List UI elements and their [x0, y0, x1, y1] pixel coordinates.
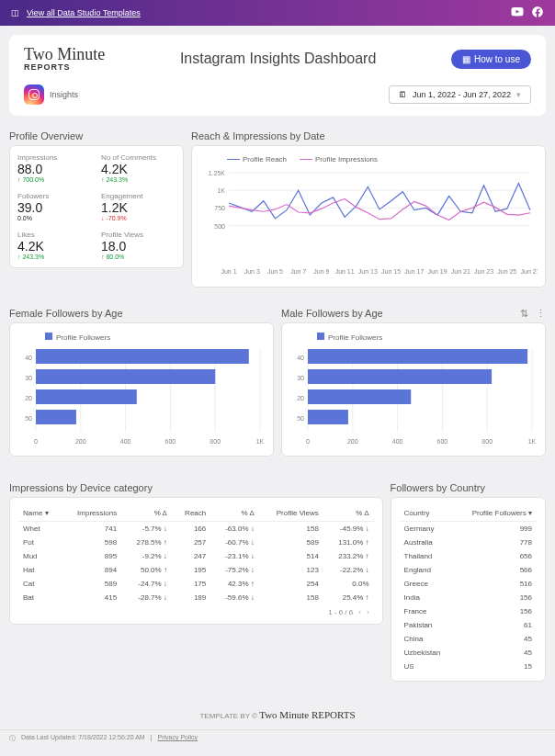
metric-tile: Likes4.2K↑ 243.3% — [17, 231, 92, 260]
male-followers-title: Male Followers by Age ⇅ ⋮ — [281, 308, 546, 319]
table-row: India156 — [399, 591, 538, 604]
metric-tile: No of Comments4.2K↑ 243.3% — [101, 153, 176, 183]
svg-text:30: 30 — [25, 375, 32, 381]
female-followers-chart: 02004006008001K40302050 — [17, 345, 266, 446]
table-row: US15 — [399, 660, 538, 673]
more-icon[interactable]: ⋮ — [536, 308, 546, 320]
template-credit: TEMPLATE BY © Two Minute REPORTS — [0, 691, 555, 729]
svg-text:1K: 1K — [217, 187, 225, 194]
table-row: England566 — [399, 563, 538, 577]
pager-prev[interactable]: ‹ — [358, 608, 361, 616]
table-header[interactable]: Profile Views — [260, 505, 324, 522]
table-header[interactable]: % Δ — [211, 505, 260, 522]
svg-text:800: 800 — [210, 438, 221, 445]
chart-icon: ◫ — [11, 8, 19, 17]
facebook-icon[interactable] — [531, 6, 544, 20]
top-banner: ◫ View all Data Studio Templates — [0, 0, 555, 26]
table-header[interactable]: % Δ — [324, 505, 375, 522]
table-row: Pot598278.5% ↑257-60.7% ↓589131.0% ↑ — [17, 536, 375, 549]
svg-text:500: 500 — [214, 223, 225, 230]
sort-icon[interactable]: ⇅ — [520, 308, 528, 320]
table-row: Thailand656 — [399, 549, 538, 563]
metric-tile: Impressions88.0↑ 700.0% — [17, 153, 92, 183]
svg-rect-61 — [308, 410, 348, 424]
table-row: Hat89450.0% ↑195-75.2% ↓123-22.2% ↓ — [17, 563, 375, 577]
table-row: Mud895-9.2% ↓247-23.1% ↓514233.2% ↑ — [17, 549, 375, 563]
table-header[interactable]: % Δ — [122, 505, 173, 522]
table-row: Uzbekistan45 — [399, 646, 538, 660]
svg-text:750: 750 — [214, 205, 225, 211]
insights-label: Insights — [50, 90, 78, 99]
table-row: Pakistan61 — [399, 618, 538, 632]
svg-text:400: 400 — [392, 438, 403, 445]
table-header[interactable]: Impressions — [62, 505, 122, 522]
metric-tile: Followers39.00.0% — [17, 192, 92, 221]
reach-impressions-card: Profile Reach Profile Impressions 500750… — [191, 145, 546, 288]
how-to-use-button[interactable]: ▦ How to use — [451, 50, 531, 69]
table-header[interactable]: Reach — [173, 505, 211, 522]
female-followers-title: Female Followers by Age — [9, 308, 274, 319]
svg-text:Jun 9: Jun 9 — [313, 268, 329, 275]
svg-text:50: 50 — [25, 415, 32, 422]
svg-text:Jun 13: Jun 13 — [358, 268, 378, 275]
svg-text:200: 200 — [347, 438, 358, 445]
svg-text:Jun 25: Jun 25 — [497, 268, 516, 275]
svg-text:Jun 19: Jun 19 — [428, 268, 447, 275]
date-range-picker[interactable]: 🗓 Jun 1, 2022 - Jun 27, 2022 ▾ — [389, 85, 531, 104]
table-row: Bat415-28.7% ↓189-59.6% ↓15825.4% ↑ — [17, 591, 375, 604]
svg-text:Jun 15: Jun 15 — [381, 268, 401, 275]
svg-text:Jun 17: Jun 17 — [404, 268, 424, 275]
svg-text:Jun 5: Jun 5 — [267, 268, 283, 275]
info-icon: ⓘ — [9, 734, 16, 743]
table-pager: 1 - 6 / 6 ‹ › — [17, 604, 375, 616]
svg-rect-57 — [308, 369, 492, 384]
svg-rect-39 — [36, 389, 137, 404]
svg-text:600: 600 — [437, 438, 448, 445]
svg-text:200: 200 — [75, 438, 86, 445]
table-row: Australia778 — [399, 536, 538, 549]
table-row: Germany999 — [399, 522, 538, 536]
svg-text:400: 400 — [120, 438, 131, 445]
legend-impressions: Profile Impressions — [315, 155, 378, 164]
svg-rect-55 — [308, 349, 527, 364]
table-row: China45 — [399, 632, 538, 646]
svg-text:0: 0 — [34, 438, 38, 445]
svg-text:Jun 7: Jun 7 — [290, 268, 306, 275]
legend-reach: Profile Reach — [243, 155, 287, 164]
svg-text:1.25K: 1.25K — [209, 170, 226, 176]
profile-overview-title: Profile Overview — [9, 130, 184, 141]
svg-text:40: 40 — [297, 355, 304, 361]
table-row: France156 — [399, 604, 538, 618]
pager-next[interactable]: › — [367, 608, 369, 616]
header-card: Two Minute REPORTS Instagram Insights Da… — [9, 35, 546, 116]
svg-text:Jun 1: Jun 1 — [221, 268, 236, 275]
country-table: CountryProfile Followers ▾Germany999Aust… — [399, 505, 538, 673]
view-templates-link[interactable]: View all Data Studio Templates — [27, 8, 141, 17]
svg-text:Jun 11: Jun 11 — [335, 268, 355, 275]
privacy-link[interactable]: Privacy Policy — [157, 734, 198, 743]
svg-rect-37 — [36, 369, 215, 384]
device-table: Name ▾Impressions% ΔReach% ΔProfile View… — [17, 505, 375, 604]
svg-text:50: 50 — [297, 415, 304, 422]
country-table-title: Followers by Country — [391, 482, 546, 493]
table-row: Greece516 — [399, 577, 538, 591]
svg-text:1K: 1K — [256, 438, 265, 445]
male-followers-chart: 02004006008001K40302050 — [289, 345, 538, 446]
metric-tile: Profile Views18.0↑ 80.0% — [101, 231, 176, 260]
profile-overview-card: Impressions88.0↑ 700.0%No of Comments4.2… — [9, 145, 184, 268]
svg-text:Jun 23: Jun 23 — [474, 268, 493, 275]
svg-text:30: 30 — [297, 375, 304, 381]
svg-text:0: 0 — [306, 438, 310, 445]
table-row: Cat589-24.7% ↓17542.3% ↑2540.0% — [17, 577, 375, 591]
svg-rect-59 — [308, 389, 411, 404]
table-header[interactable]: Country — [399, 505, 455, 522]
page-title: Instagram Insights Dashboard — [180, 51, 376, 67]
youtube-icon[interactable] — [511, 6, 524, 20]
table-header[interactable]: Profile Followers ▾ — [454, 505, 538, 522]
table-header[interactable]: Name ▾ — [17, 505, 62, 522]
svg-text:20: 20 — [297, 395, 304, 401]
table-row: Whet741-5.7% ↓166-63.0% ↓158-45.9% ↓ — [17, 522, 375, 536]
reach-impressions-chart: 5007501K1.25KJun 1Jun 3Jun 5Jun 7Jun 9Ju… — [199, 167, 538, 277]
svg-text:1K: 1K — [528, 438, 537, 445]
svg-rect-41 — [36, 410, 76, 424]
